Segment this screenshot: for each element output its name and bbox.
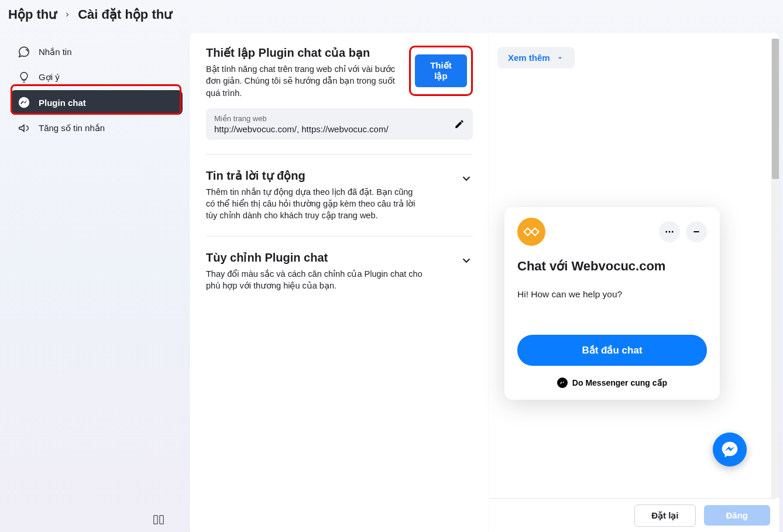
chevron-down-icon[interactable]	[460, 250, 473, 267]
sidebar-item-label: Tăng số tin nhắn	[39, 123, 105, 133]
caret-down-icon	[556, 54, 564, 62]
sidebar-item-label: Nhắn tin	[39, 47, 72, 57]
section-setup: Thiết lập Plugin chat của bạn Bật tính n…	[206, 46, 473, 155]
sidebar-item-boost-messages[interactable]: Tăng số tin nhắn	[11, 116, 183, 140]
view-more-label: Xem thêm	[508, 53, 550, 63]
megaphone-icon	[18, 122, 30, 135]
minus-icon	[692, 227, 701, 236]
lightbulb-icon	[18, 71, 30, 83]
dots-icon	[664, 226, 675, 237]
section-auto-reply: Tin trả lời tự động Thêm tin nhắn tự độn…	[206, 169, 473, 236]
auto-reply-desc: Thêm tin nhắn tự động dựa theo lịch đã đ…	[206, 186, 423, 222]
vertical-scrollbar[interactable]	[771, 39, 779, 498]
customize-desc: Thay đổi màu sắc và cách căn chỉnh của P…	[206, 268, 423, 292]
svg-point-3	[665, 231, 667, 233]
chat-greeting-text: Hi! How can we help you?	[517, 289, 707, 300]
domain-label: Miền trang web	[214, 114, 465, 123]
breadcrumb: Hộp thư Cài đặt hộp thư	[0, 0, 783, 33]
chat-widget-preview: Chat với Webvocuc.com Hi! How can we hel…	[504, 207, 720, 400]
chat-footer: Do Messenger cung cấp	[517, 377, 707, 388]
view-more-dropdown[interactable]: Xem thêm	[497, 47, 575, 68]
sidebar: Nhắn tin Gợi ý Plugin chat Tăng số tin n…	[0, 33, 190, 532]
messenger-icon	[18, 96, 30, 109]
messenger-fab[interactable]	[713, 433, 747, 466]
collapse-sidebar-button[interactable]	[152, 513, 165, 526]
settings-panel: Thiết lập Plugin chat của bạn Bật tính n…	[190, 33, 489, 532]
svg-rect-1	[154, 516, 157, 524]
scrollbar-thumb[interactable]	[772, 39, 779, 179]
sidebar-item-suggestions[interactable]: Gợi ý	[11, 66, 183, 89]
footer-bar: Đặt lại Đăng	[489, 498, 776, 532]
svg-point-4	[669, 231, 671, 233]
messenger-icon	[720, 440, 739, 459]
setup-desc: Bật tính năng chat trên trang web chỉ vớ…	[206, 63, 409, 99]
messenger-icon	[557, 377, 568, 388]
domain-value: http://webvocuc.com/, https://webvocuc.c…	[214, 124, 465, 134]
auto-reply-title: Tin trả lời tự động	[206, 169, 423, 183]
preview-panel: Xem thêm Ch	[489, 33, 779, 532]
chevron-down-icon[interactable]	[460, 169, 473, 185]
content-area: Thiết lập Plugin chat của bạn Bật tính n…	[190, 33, 783, 532]
more-options-button[interactable]	[659, 221, 680, 242]
customize-title: Tùy chỉnh Plugin chat	[206, 250, 423, 265]
chat-widget-title: Chat với Webvocuc.com	[517, 259, 707, 274]
pencil-icon[interactable]	[454, 119, 465, 129]
svg-rect-2	[160, 516, 163, 524]
chat-footer-label: Do Messenger cung cấp	[572, 378, 667, 387]
breadcrumb-parent[interactable]: Hộp thư	[8, 7, 57, 22]
reset-button[interactable]: Đặt lại	[634, 504, 695, 527]
highlight-annotation: Thiết lập	[409, 46, 473, 96]
breadcrumb-current: Cài đặt hộp thư	[78, 7, 172, 22]
sidebar-item-plugin-chat[interactable]: Plugin chat	[11, 90, 183, 115]
chevron-right-icon	[64, 11, 71, 18]
setup-title: Thiết lập Plugin chat của bạn	[206, 46, 409, 60]
domain-field[interactable]: Miền trang web http://webvocuc.com/, htt…	[206, 108, 473, 140]
sidebar-item-label: Plugin chat	[39, 98, 86, 108]
minimize-button[interactable]	[686, 221, 707, 242]
section-customize: Tùy chỉnh Plugin chat Thay đổi màu sắc v…	[206, 250, 473, 306]
start-chat-button[interactable]: Bắt đầu chat	[517, 335, 707, 366]
sidebar-item-label: Gợi ý	[39, 72, 60, 83]
svg-point-5	[672, 231, 674, 233]
setup-button[interactable]: Thiết lập	[415, 54, 467, 87]
sidebar-item-message[interactable]: Nhắn tin	[11, 40, 183, 64]
submit-button[interactable]: Đăng	[704, 505, 771, 526]
brand-logo	[517, 218, 545, 246]
chat-bubble-icon	[18, 46, 30, 59]
